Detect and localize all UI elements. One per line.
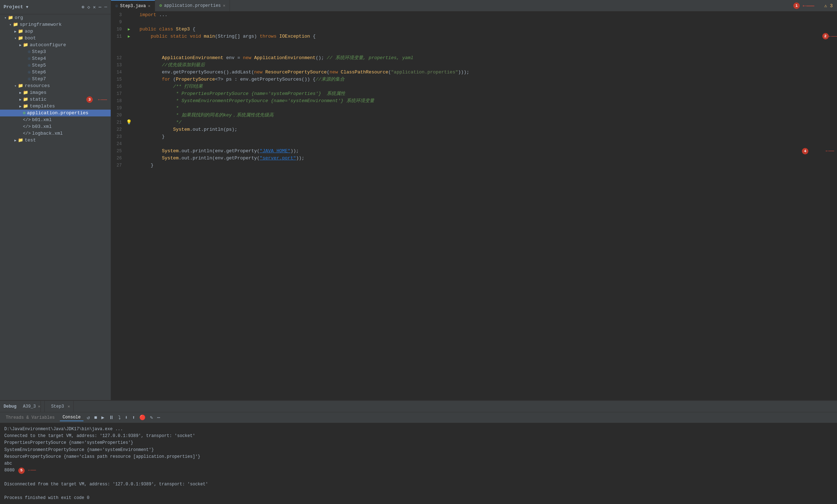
tab-app-props-close[interactable]: ✕ [223, 3, 226, 8]
more-icon[interactable]: ⋯ [98, 4, 101, 10]
close-a39[interactable]: ✕ [38, 401, 41, 412]
run-icon-11[interactable]: ▶ [128, 33, 130, 40]
tree-item[interactable]: ▾ 📁 boot [0, 35, 111, 42]
console-line-4: SystemEnvironmentPropertySource {name='s… [4, 447, 833, 453]
tree-item-static[interactable]: ▶ 📁 static 3 ←—— [0, 96, 111, 103]
sidebar-title: Project [4, 4, 23, 10]
tab-step3-icon: ☉ [115, 3, 118, 9]
console-line-6: abc [4, 460, 833, 467]
console-line-9: Disconnected from the target VM, address… [4, 481, 833, 488]
code-line-13: 13 //优先级添加到最后 [111, 62, 837, 69]
arrow-2: ←—— [829, 33, 837, 40]
minimize-icon[interactable]: — [104, 4, 107, 10]
tree-item[interactable]: ▶ 📁 autoconfigure [0, 42, 111, 48]
code-line-17: 17 * PropertiesPropertySource {name='sys… [111, 90, 837, 97]
bottom-panel: Debug A39_3 ✕ Step3 ✕ Threads & Variable… [0, 400, 837, 504]
tree-item-step5[interactable]: ▶ ☉ Step5 [0, 62, 111, 69]
arrow-5: ←—— [28, 467, 36, 474]
tree-item-b03[interactable]: ▶ </> b03.xml [0, 123, 111, 130]
tree-item[interactable]: ▾ 📁 org [0, 14, 111, 21]
tree-item-step3[interactable]: ▶ ☉ Step3 [0, 48, 111, 55]
arrow-4: ←—— [826, 148, 834, 155]
tab-step3-label: Step3.java [120, 4, 146, 9]
console-line-10 [4, 488, 833, 495]
tree-item-images[interactable]: ▶ 📁 images [0, 89, 111, 96]
tab-app-props[interactable]: ⚙ application.properties ✕ [155, 0, 230, 11]
tree-item-step7[interactable]: ▶ ☉ Step7 [0, 76, 111, 82]
close-step3[interactable]: ✕ [68, 404, 70, 409]
code-editor[interactable]: 3 import ... 9 10 ▶ public class Step3 { [111, 11, 837, 400]
navigate-icon[interactable]: ◇ [87, 4, 90, 10]
annotation-5: 5 [18, 467, 25, 474]
console-output: D:\JavaEnvironment\Java\JDK17\bin\java.e… [0, 423, 837, 504]
tree-item-step4[interactable]: ▶ ☉ Step4 [0, 55, 111, 62]
debug-bar: Debug A39_3 ✕ Step3 ✕ [0, 401, 837, 412]
tree-item-app-props[interactable]: ▶ ⚙ application.properties [0, 110, 111, 116]
add-icon[interactable]: ⊕ [82, 4, 85, 10]
code-line-11: 11 ▶ public static void main(String[] ar… [111, 33, 837, 54]
project-sidebar: Project ▼ ⊕ ◇ ✕ ⋯ — ▾ 📁 org ▾ 📁 spring [0, 0, 111, 400]
console-line-7: 8080 [4, 467, 15, 474]
tab-console[interactable]: Console [60, 414, 83, 421]
code-line-9: 9 [111, 19, 837, 26]
console-line-3: PropertiesPropertySource {name='systemPr… [4, 440, 833, 446]
annotation-4: 4 [802, 148, 808, 154]
tab-threads-variables[interactable]: Threads & Variables [3, 414, 58, 421]
console-line-8 [4, 474, 833, 481]
debug-session-a39[interactable]: A39_3 ✕ [19, 401, 45, 412]
templates-label: templates [30, 104, 55, 109]
tab-step3[interactable]: ☉ Step3.java ✕ [111, 0, 155, 11]
annotation-1: 1 [793, 3, 800, 9]
close-icon[interactable]: ✕ [93, 4, 96, 10]
tree-item-resources[interactable]: ▾ 📁 resources [0, 82, 111, 89]
debug-title: Debug [4, 404, 16, 409]
sidebar-dropdown-icon[interactable]: ▼ [26, 5, 29, 9]
console-line-1: D:\JavaEnvironment\Java\JDK17\bin\java.e… [4, 426, 833, 433]
code-line-14: 14 env.getPropertySources().addLast(new … [111, 69, 837, 76]
tree-item-b01[interactable]: ▶ </> b01.xml [0, 116, 111, 123]
tab-app-props-icon: ⚙ [159, 3, 162, 8]
code-line-24: 24 [111, 140, 837, 148]
tree-item[interactable]: ▾ 📁 springframework [0, 21, 111, 28]
code-line-12: 12 ApplicationEnvironment env = new Appl… [111, 54, 837, 62]
sidebar-header: Project ▼ ⊕ ◇ ✕ ⋯ — [0, 0, 111, 14]
code-line-22: 22 System.out.println(ps); [111, 126, 837, 133]
tab-step3-close[interactable]: ✕ [148, 4, 150, 8]
code-line-3: 3 import ... [111, 11, 837, 19]
step-over-icon[interactable]: ⤵ [117, 414, 122, 421]
rerun-icon[interactable]: 🔴 [138, 414, 146, 421]
code-line-15: 15 for (PropertySource<?> ps : env.getPr… [111, 76, 837, 83]
run-icon-10[interactable]: ▶ [128, 26, 130, 33]
stop-icon[interactable]: ■ [93, 414, 98, 421]
code-line-27: 27 } [111, 162, 837, 169]
arrow-1: ←—— [803, 2, 814, 9]
resume-icon[interactable]: ▶ [100, 414, 105, 421]
editor-tabs: ☉ Step3.java ✕ ⚙ application.properties … [111, 0, 837, 11]
code-line-18: 18 * SystemEnvironmentPropertySource {na… [111, 97, 837, 105]
pause-icon[interactable]: ⏸ [108, 414, 115, 421]
console-toolbar: Threads & Variables Console ↺ ■ ▶ ⏸ ⤵ ⬇ … [0, 412, 837, 423]
step-into-icon[interactable]: ⬇ [124, 414, 129, 421]
code-line-20: 20 * 如果我找到的同名的key，系统属性优先级高 [111, 112, 837, 119]
edit-icon[interactable]: ✎ [149, 414, 154, 421]
refresh-icon[interactable]: ↺ [86, 414, 91, 421]
tree-item-templates[interactable]: ▶ 📁 templates [0, 103, 111, 110]
warning-badge: ⚠ 3 [824, 3, 833, 9]
tree-item-step6[interactable]: ▶ ☉ Step6 [0, 69, 111, 76]
step-out-icon[interactable]: ⬆ [131, 414, 136, 421]
tree-item[interactable]: ▶ 📁 aop [0, 28, 111, 35]
arrow-to-3: ←—— [98, 97, 107, 102]
code-line-23: 23 } [111, 133, 837, 140]
code-line-19: 19 * [111, 105, 837, 112]
bulb-icon[interactable]: 💡 [126, 119, 132, 126]
annotation-2: 2 [822, 33, 829, 39]
debug-session-step3[interactable]: Step3 ✕ [48, 401, 74, 412]
console-line-11: Process finished with exit code 0 [4, 495, 833, 501]
code-line-26: 26 System.out.println(env.getProperty("s… [111, 155, 837, 162]
tree-item-test[interactable]: ▶ 📁 test [0, 137, 111, 144]
annotation-3: 3 [86, 96, 93, 103]
more-console-icon[interactable]: ⋯ [156, 414, 161, 421]
editor-area: ☉ Step3.java ✕ ⚙ application.properties … [111, 0, 837, 400]
code-line-25: 25 System.out.println(env.getProperty("J… [111, 148, 837, 155]
tree-item-logback[interactable]: ▶ </> logback.xml [0, 130, 111, 137]
